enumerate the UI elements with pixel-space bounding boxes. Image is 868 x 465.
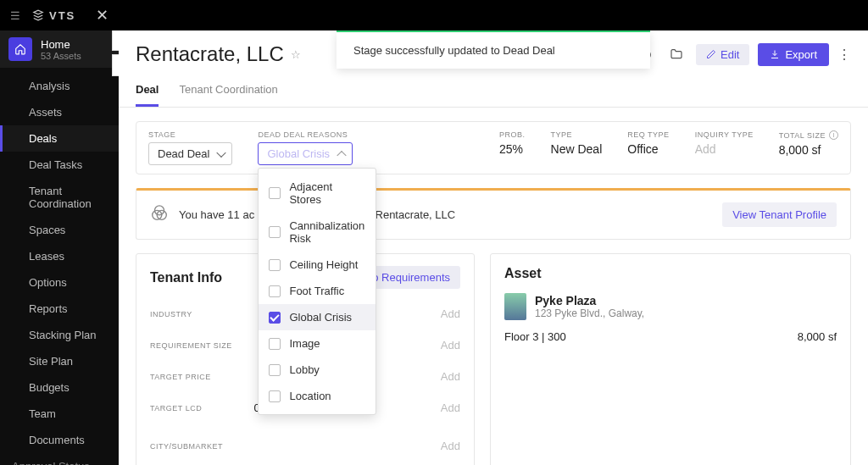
size-value: 8,000 sf bbox=[779, 143, 838, 157]
star-icon[interactable]: ☆ bbox=[291, 48, 301, 61]
sidebar-item-site-plan[interactable]: Site Plan bbox=[0, 348, 119, 374]
reason-option[interactable]: Image bbox=[259, 330, 376, 357]
more-icon[interactable]: ⋮ bbox=[837, 47, 851, 63]
reason-option[interactable]: Adjacent Stores bbox=[259, 174, 376, 213]
prob-label: PROB. bbox=[499, 130, 526, 139]
inquiry-add[interactable]: Add bbox=[695, 142, 754, 156]
stage-label: STAGE bbox=[148, 130, 232, 139]
asset-address: 123 Pyke Blvd., Galway, bbox=[535, 307, 644, 319]
sidebar-item-documents[interactable]: Documents bbox=[0, 427, 119, 453]
folder-icon[interactable] bbox=[665, 43, 687, 65]
brand-logo: VTS bbox=[32, 9, 75, 22]
sidebar-item-spaces[interactable]: Spaces bbox=[0, 217, 119, 243]
reason-option[interactable]: Cannibalization Risk bbox=[259, 213, 376, 252]
sidebar-item-leases[interactable]: Leases bbox=[0, 243, 119, 269]
asset-size: 8,000 sf bbox=[798, 330, 837, 343]
reason-option[interactable]: Foot Traffic bbox=[259, 278, 376, 304]
tab-deal[interactable]: Deal bbox=[136, 75, 159, 107]
inquiry-label: INQUIRY TYPE bbox=[695, 130, 754, 139]
venn-icon bbox=[150, 204, 169, 225]
reasons-select[interactable]: Global Crisis bbox=[258, 142, 353, 165]
home-icon bbox=[8, 37, 32, 61]
sidebar-item-assets[interactable]: Assets bbox=[0, 99, 119, 125]
size-label: TOTAL SIZE bbox=[779, 131, 826, 140]
reason-option[interactable]: Location bbox=[259, 383, 376, 409]
unit-add[interactable]: Add bbox=[441, 339, 460, 352]
price-add[interactable]: Add bbox=[441, 370, 460, 383]
city-label: CITY/SUBMARKET bbox=[150, 442, 223, 451]
sidebar-item-deal-tasks[interactable]: Deal Tasks bbox=[0, 152, 119, 178]
asset-thumbnail bbox=[504, 293, 526, 320]
sidebar-item-tenant-coord[interactable]: Tenant Coordination bbox=[0, 178, 119, 217]
city-add[interactable]: Add bbox=[441, 440, 460, 452]
info-icon[interactable]: i bbox=[829, 130, 838, 140]
asset-card: Asset Pyke Plaza 123 Pyke Blvd., Galway,… bbox=[490, 253, 851, 465]
sidebar-item-analysis[interactable]: Analysis bbox=[0, 73, 119, 99]
type-label: TYPE bbox=[551, 130, 603, 139]
address-add[interactable]: Add bbox=[441, 307, 460, 320]
tab-tenant-coord[interactable]: Tenant Coordination bbox=[179, 75, 277, 107]
prob-value: 25% bbox=[499, 142, 526, 156]
tenant-banner: You have 11 ac and 1 inactive deal with … bbox=[136, 188, 851, 240]
toast-notification: Stage successfully updated to Dead Deal bbox=[337, 30, 650, 69]
chevron-down-icon[interactable] bbox=[112, 54, 119, 76]
export-button[interactable]: Export bbox=[758, 43, 829, 66]
industry-label: INDUSTRY bbox=[150, 310, 192, 318]
asset-name[interactable]: Pyke Plaza bbox=[535, 294, 644, 307]
stage-select[interactable]: Dead Deal bbox=[148, 142, 232, 165]
sidebar-item-reports[interactable]: Reports bbox=[0, 296, 119, 322]
req-type-value: Office bbox=[627, 142, 669, 156]
reason-option[interactable]: Ceiling Height bbox=[259, 252, 376, 278]
deal-summary: STAGE Dead Deal DEAD DEAL REASONS Global… bbox=[136, 121, 851, 174]
home-title: Home bbox=[41, 38, 81, 51]
target-lcd-label: TARGET LCD bbox=[150, 404, 202, 412]
asset-floor: Floor 3 | 300 bbox=[504, 330, 566, 343]
reasons-label: DEAD DEAL REASONS bbox=[258, 130, 353, 139]
tenant-info-title: Tenant Info bbox=[150, 270, 222, 285]
sidebar: Home 53 Assets Analysis Assets Deals Dea… bbox=[0, 30, 119, 465]
sidebar-item-budgets[interactable]: Budgets bbox=[0, 374, 119, 401]
home-subtitle: 53 Assets bbox=[41, 51, 81, 61]
req-size-label: REQUIREMENT SIZE bbox=[150, 341, 232, 350]
sidebar-item-options[interactable]: Options bbox=[0, 269, 119, 296]
sidebar-item-deals[interactable]: Deals bbox=[0, 125, 119, 152]
target-price-label: TARGET PRICE bbox=[150, 373, 211, 381]
close-icon[interactable]: ✕ bbox=[96, 6, 108, 25]
sidebar-item-stacking[interactable]: Stacking Plan bbox=[0, 322, 119, 348]
lxd-add[interactable]: Add bbox=[441, 401, 460, 414]
sidebar-item-approval[interactable]: Approval Status bbox=[0, 453, 119, 465]
reason-option[interactable]: Global Crisis bbox=[259, 304, 376, 330]
type-value: New Deal bbox=[551, 142, 603, 156]
chevron-up-icon[interactable] bbox=[112, 30, 119, 51]
view-tenant-profile-button[interactable]: View Tenant Profile bbox=[722, 202, 837, 227]
asset-title: Asset bbox=[504, 266, 542, 281]
sidebar-item-team[interactable]: Team bbox=[0, 401, 119, 427]
page-title: Rentacrate, LLC bbox=[136, 42, 284, 66]
sidebar-home[interactable]: Home 53 Assets bbox=[0, 30, 119, 68]
reasons-dropdown: Adjacent Stores Cannibalization Risk Cei… bbox=[258, 168, 376, 415]
menu-icon[interactable]: ☰ bbox=[10, 9, 20, 22]
reason-option[interactable]: Lobby bbox=[259, 357, 376, 383]
req-type-label: REQ TYPE bbox=[627, 130, 669, 139]
edit-button[interactable]: Edit bbox=[696, 44, 749, 65]
